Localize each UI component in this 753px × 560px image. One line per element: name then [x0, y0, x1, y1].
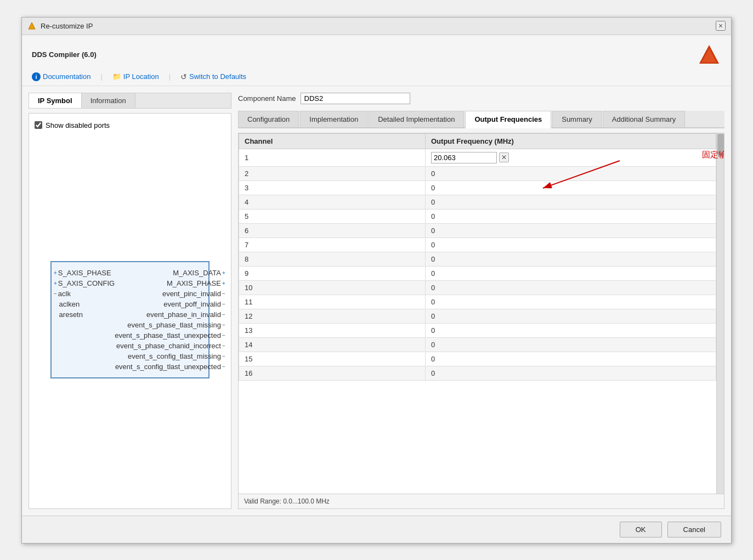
port-aresetn: − aresetn: [54, 310, 115, 319]
channel-cell: 5: [239, 209, 426, 223]
documentation-label: Documentation: [43, 72, 90, 81]
channel-cell: 13: [239, 323, 426, 337]
port-s-axis-config: + S_AXIS_CONFIG: [54, 279, 115, 287]
table-row: 80: [239, 252, 716, 266]
channel-cell: 16: [239, 366, 426, 380]
frequency-cell: 0: [426, 295, 716, 309]
table-row: 140: [239, 337, 716, 352]
channel-cell: 15: [239, 352, 426, 366]
port-event-s-phase-chanid-incorrect: event_s_phase_chanid_incorrect −: [115, 342, 225, 350]
port-event-s-phase-tlast-unexpected: event_s_phase_tlast_unexpected −: [115, 331, 225, 340]
frequency-cell: 0: [426, 237, 716, 252]
table-row: 90: [239, 266, 716, 280]
right-ports: M_AXIS_DATA + M_AXIS_PHASE + event_pinc_…: [115, 267, 228, 373]
table-row: 100: [239, 280, 716, 295]
table-row: 120: [239, 309, 716, 323]
frequency-cell: 0: [426, 309, 716, 323]
left-tabs: IP Symbol Information: [29, 93, 231, 109]
main-window: Re-customize IP × DDS Compiler (6.0) i D…: [21, 17, 732, 544]
frequency-cell: 0: [426, 252, 716, 266]
port-event-s-config-tlast-missing: event_s_config_tlast_missing −: [115, 352, 225, 360]
tab-configuration[interactable]: Configuration: [238, 111, 299, 127]
frequency-cell: 0: [426, 223, 716, 237]
frequency-cell: 0: [426, 337, 716, 352]
ip-diagram: + S_AXIS_PHASE + S_AXIS_CONFIG − aclk: [35, 137, 225, 503]
brand-logo: [697, 43, 721, 67]
tab-information[interactable]: Information: [82, 93, 135, 108]
documentation-link[interactable]: i Documentation: [32, 72, 90, 81]
table-row: 60: [239, 223, 716, 237]
table-row: 130: [239, 323, 716, 337]
port-event-s-phase-tlast-missing: event_s_phase_tlast_missing −: [115, 321, 225, 329]
ok-button[interactable]: OK: [620, 522, 662, 538]
frequency-cell[interactable]: ✕: [426, 149, 716, 166]
table-row: 20: [239, 166, 716, 180]
frequency-table: Channel Output Frequency (MHz) 1✕2030405…: [239, 133, 716, 381]
svg-marker-0: [29, 22, 35, 29]
window-title: Re-customize IP: [41, 22, 93, 30]
frequency-cell: 0: [426, 195, 716, 209]
table-row: 150: [239, 352, 716, 366]
port-event-poff: event_poff_invalid −: [115, 300, 225, 308]
app-header: DDS Compiler (6.0) i Documentation | 📁 I…: [22, 35, 731, 86]
scrollbar-thumb[interactable]: [717, 134, 724, 156]
app-title-text: DDS Compiler (6.0): [32, 50, 97, 59]
show-disabled-ports-checkbox[interactable]: [35, 121, 42, 129]
table-row: 40: [239, 195, 716, 209]
cancel-button[interactable]: Cancel: [667, 522, 721, 538]
port-m-axis-data: M_AXIS_DATA +: [115, 269, 225, 277]
tab-detailed-implementation[interactable]: Detailed Implementation: [369, 111, 464, 127]
switch-defaults-link[interactable]: ↺ Switch to Defaults: [180, 72, 246, 81]
switch-defaults-label: Switch to Defaults: [189, 72, 246, 81]
table-scroll[interactable]: Channel Output Frequency (MHz) 1✕2030405…: [239, 133, 716, 494]
frequency-cell: 0: [426, 323, 716, 337]
channel-cell: 9: [239, 266, 426, 280]
title-bar: Re-customize IP ×: [22, 18, 731, 35]
valid-range-text: Valid Range: 0.0...100.0 MHz: [239, 494, 724, 508]
channel-cell: 14: [239, 337, 426, 352]
col-frequency-header: Output Frequency (MHz): [426, 133, 716, 149]
tab-output-frequencies[interactable]: Output Frequencies: [465, 111, 551, 128]
main-tabs: Configuration Implementation Detailed Im…: [238, 111, 724, 128]
port-aclk: − aclk: [54, 290, 115, 298]
close-button[interactable]: ×: [716, 21, 726, 31]
table-row: 160: [239, 366, 716, 380]
refresh-icon: ↺: [180, 72, 187, 81]
frequency-table-area: Channel Output Frequency (MHz) 1✕2030405…: [238, 133, 724, 509]
table-row: 70: [239, 237, 716, 252]
tab-ip-symbol[interactable]: IP Symbol: [29, 93, 82, 108]
tab-implementation[interactable]: Implementation: [300, 111, 367, 127]
channel-cell: 10: [239, 280, 426, 295]
ip-symbol-area: Show disabled ports + S_AXIS_PHASE +: [29, 113, 231, 509]
port-aclken: − aclken: [54, 300, 115, 308]
toolbar-separator-2: |: [169, 72, 171, 81]
port-s-axis-phase: + S_AXIS_PHASE: [54, 269, 115, 277]
channel-cell: 4: [239, 195, 426, 209]
left-ports: + S_AXIS_PHASE + S_AXIS_CONFIG − aclk: [52, 267, 115, 373]
component-name-row: Component Name: [238, 93, 724, 104]
clear-frequency-button[interactable]: ✕: [499, 152, 509, 162]
frequency-cell: 0: [426, 352, 716, 366]
port-event-phase-in-invalid: event_phase_in_invalid −: [115, 310, 225, 319]
tab-summary[interactable]: Summary: [552, 111, 602, 127]
frequency-input[interactable]: [431, 152, 497, 163]
ip-block: + S_AXIS_PHASE + S_AXIS_CONFIG − aclk: [50, 261, 210, 378]
show-disabled-ports-label: Show disabled ports: [46, 121, 110, 129]
channel-cell: 3: [239, 180, 426, 195]
toolbar-separator-1: |: [100, 72, 102, 81]
footer: OK Cancel: [22, 516, 731, 543]
show-disabled-ports-checkbox-row[interactable]: Show disabled ports: [35, 119, 225, 132]
frequency-cell: 0: [426, 180, 716, 195]
tab-additional-summary[interactable]: Additional Summary: [603, 111, 685, 127]
frequency-cell: 0: [426, 166, 716, 180]
table-scroll-container: Channel Output Frequency (MHz) 1✕2030405…: [239, 133, 724, 494]
channel-cell: 12: [239, 309, 426, 323]
component-name-input[interactable]: [301, 93, 410, 104]
frequency-cell: 0: [426, 366, 716, 380]
ip-location-link[interactable]: 📁 IP Location: [112, 72, 159, 81]
port-m-axis-phase: M_AXIS_PHASE +: [115, 279, 225, 287]
right-panel: Component Name Configuration Implementat…: [238, 93, 724, 509]
component-name-label: Component Name: [238, 94, 296, 103]
channel-cell: 6: [239, 223, 426, 237]
vertical-scrollbar[interactable]: [716, 133, 724, 494]
